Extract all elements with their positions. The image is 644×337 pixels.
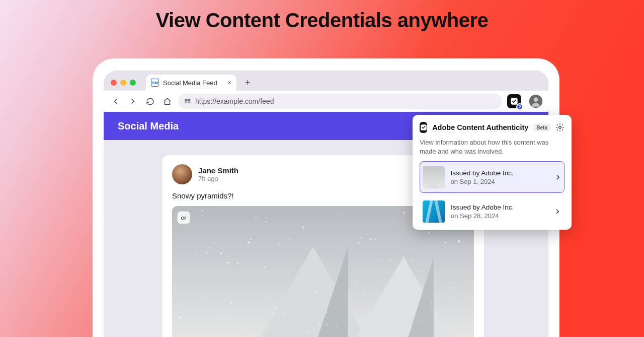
window-minimize-button[interactable] (120, 80, 126, 86)
beta-badge: Beta (533, 124, 550, 131)
popover-header: Adobe Content Authenticity Beta (420, 122, 565, 133)
post-timestamp: 7h ago (198, 175, 238, 182)
hero-title: View Content Credentials anywhere (0, 9, 644, 32)
credential-issuer: Issued by Adobe Inc. (451, 204, 514, 211)
popover-title: Adobe Content Authenticity (432, 123, 528, 131)
site-name: Social Media (118, 120, 179, 132)
site-settings-icon[interactable] (184, 98, 191, 105)
profile-button[interactable] (529, 95, 542, 108)
url-text: https://example.com/feed (195, 97, 274, 105)
tab-strip: SM Social Media Feed × + (104, 71, 548, 91)
svg-point-8 (559, 126, 561, 129)
svg-point-6 (534, 97, 538, 102)
tab-title: Social Media Feed (163, 79, 217, 87)
popover-description: View information about how this content … (420, 138, 565, 156)
svg-rect-3 (188, 102, 190, 103)
settings-button[interactable] (555, 123, 565, 132)
author-avatar[interactable] (172, 164, 192, 184)
svg-rect-2 (185, 102, 187, 103)
popover-logo-icon (420, 122, 427, 133)
credential-thumbnail (423, 200, 445, 223)
credential-date: on Sep 1, 2024 (451, 178, 514, 185)
new-tab-button[interactable]: + (240, 76, 255, 90)
author-name[interactable]: Jane Smith (198, 166, 238, 175)
divider (420, 194, 565, 194)
content-authenticity-popover: Adobe Content Authenticity Beta View inf… (413, 115, 572, 230)
svg-rect-0 (185, 100, 187, 101)
browser-toolbar: https://example.com/feed 2 (104, 91, 548, 112)
window-controls (111, 80, 136, 86)
window-close-button[interactable] (111, 80, 117, 86)
credential-thumbnail (423, 166, 445, 188)
content-authenticity-extension-button[interactable]: 2 (507, 94, 521, 108)
tab-favicon: SM (151, 79, 159, 87)
extension-badge-count: 2 (516, 103, 523, 110)
credential-item-1[interactable]: Issued by Adobe Inc. on Sep 28, 2024 (420, 195, 565, 228)
chevron-right-icon (553, 208, 561, 216)
back-button[interactable] (110, 95, 122, 107)
chevron-right-icon (554, 173, 562, 181)
home-button[interactable] (161, 95, 173, 107)
window-maximize-button[interactable] (130, 80, 136, 86)
forward-button[interactable] (127, 95, 139, 107)
browser-tab[interactable]: SM Social Media Feed × (146, 75, 236, 91)
reload-button[interactable] (144, 95, 156, 107)
credential-item-0[interactable]: Issued by Adobe Inc. on Sep 1, 2024 (420, 161, 565, 193)
url-bar[interactable]: https://example.com/feed (178, 94, 502, 109)
credential-date: on Sep 28, 2024 (451, 212, 514, 220)
tab-close-icon[interactable]: × (227, 79, 231, 86)
svg-rect-1 (188, 100, 190, 101)
decorative-pyramid (404, 256, 434, 337)
credential-issuer: Issued by Adobe Inc. (451, 169, 514, 177)
